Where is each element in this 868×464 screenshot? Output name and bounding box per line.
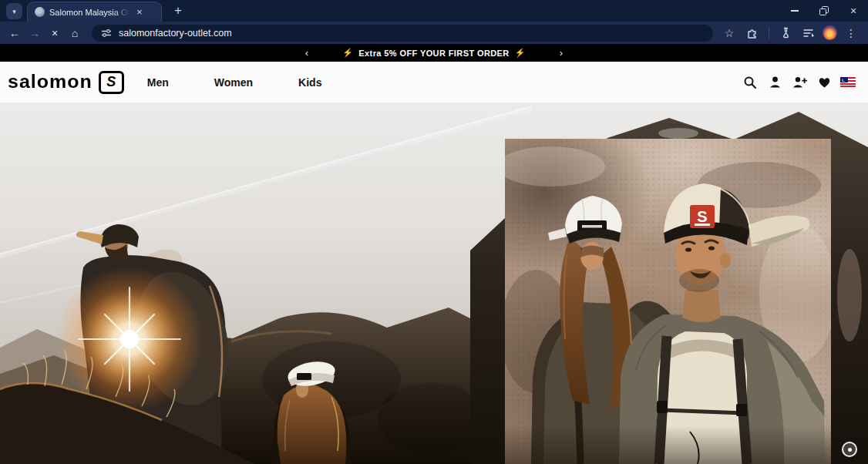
promo-prev-icon[interactable]: ‹ [302, 48, 311, 58]
tab-title: Salomon Malaysia Official Web [49, 8, 130, 17]
close-icon: × [850, 5, 856, 17]
chevron-down-icon: ▾ [12, 8, 16, 15]
promo-banner: ‹ ⚡ Extra 5% OFF YOUR FIRST ORDER ⚡ › [0, 44, 868, 62]
logo-wordmark: salomon [8, 72, 93, 92]
tab-close-icon[interactable]: × [134, 6, 145, 18]
url-text: salomonfactory-outlet.com [119, 28, 232, 39]
window-close-button[interactable]: × [839, 0, 868, 22]
address-bar[interactable]: salomonfactory-outlet.com [92, 25, 713, 42]
back-button[interactable]: ← [5, 24, 25, 42]
restore-button[interactable] [809, 0, 839, 22]
bolt-icon: ⚡ [515, 48, 526, 58]
media-queue-icon[interactable] [799, 24, 818, 42]
widget-dot-icon [848, 448, 852, 452]
favicon-icon [35, 7, 45, 17]
toolbar-separator [769, 28, 769, 39]
tab-search-button[interactable]: ▾ [6, 3, 22, 19]
bolt-icon: ⚡ [342, 48, 353, 58]
site-info-icon [101, 28, 112, 39]
main-nav: Men Women Kids [147, 76, 322, 89]
minimize-icon [791, 10, 799, 12]
stop-button[interactable]: × [45, 24, 65, 42]
forward-button[interactable]: → [25, 24, 45, 42]
browser-menu-icon[interactable]: ⋮ [842, 24, 860, 42]
salomon-logo[interactable]: salomon S [8, 71, 124, 94]
window-controls: × [780, 0, 868, 22]
extensions-icon[interactable] [743, 24, 762, 42]
salomon-s-logo-icon: S [99, 71, 124, 94]
search-icon [743, 76, 757, 89]
heart-icon [818, 76, 831, 89]
site-header: salomon S Men Women Kids [0, 62, 868, 103]
country-flag-malaysia[interactable] [840, 77, 856, 87]
hero-banner[interactable]: S [0, 103, 868, 464]
bookmark-star-icon[interactable]: ☆ [720, 24, 738, 42]
person-add-icon [792, 76, 807, 89]
search-button[interactable] [742, 74, 759, 91]
cap-patch-s-logo: S [697, 208, 707, 225]
nav-item-kids[interactable]: Kids [298, 76, 321, 89]
register-button[interactable] [791, 74, 808, 91]
nav-item-women[interactable]: Women [214, 76, 253, 89]
header-icons [742, 74, 860, 91]
home-button[interactable]: ⌂ [65, 24, 85, 42]
wishlist-button[interactable] [816, 74, 833, 91]
toolbar-actions: ☆ ⋮ [720, 24, 863, 42]
account-button[interactable] [766, 74, 783, 91]
labs-flask-icon[interactable] [776, 24, 795, 42]
new-tab-button[interactable]: + [170, 3, 187, 18]
nav-item-men[interactable]: Men [147, 76, 169, 89]
inset-hikers-illustration: S [505, 139, 831, 464]
promo-next-icon[interactable]: › [557, 48, 566, 58]
promo-message: ⚡ Extra 5% OFF YOUR FIRST ORDER ⚡ [342, 48, 526, 58]
browser-tab[interactable]: Salomon Malaysia Official Web × [27, 2, 162, 22]
minimize-button[interactable] [780, 0, 809, 22]
hero-inset-photo: S [505, 139, 831, 464]
restore-icon [820, 7, 828, 15]
promo-text: Extra 5% OFF YOUR FIRST ORDER [358, 49, 509, 58]
floating-widget-button[interactable] [842, 442, 857, 457]
browser-toolbar: ← → × ⌂ salomonfactory-outlet.com ☆ [0, 22, 868, 44]
browser-tab-strip: ▾ Salomon Malaysia Official Web × + × [0, 0, 868, 22]
person-icon [769, 76, 782, 89]
profile-avatar[interactable] [823, 25, 837, 40]
